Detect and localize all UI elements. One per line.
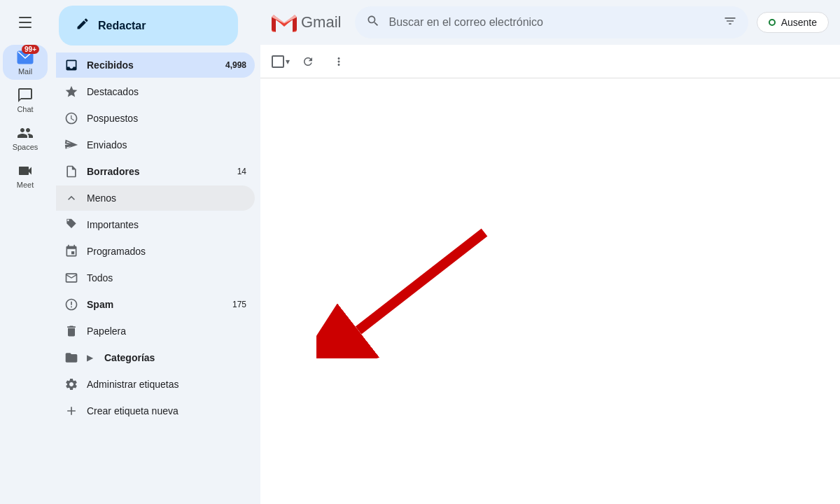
- header-right: Ausente: [757, 12, 829, 33]
- nav-admin-etiquetas-label: Administrar etiquetas: [87, 379, 246, 390]
- plus-icon: [64, 404, 78, 418]
- more-options-button[interactable]: [326, 49, 351, 74]
- nav-crear-etiqueta[interactable]: Crear etiqueta nueva: [56, 398, 255, 424]
- send-icon: [64, 138, 78, 152]
- nav-recibidos[interactable]: Recibidos 4,998: [56, 52, 255, 78]
- spaces-icon: [17, 125, 34, 141]
- mail-icon: 99+: [17, 49, 34, 66]
- nav-spam-label: Spam: [87, 299, 224, 310]
- svg-line-2: [358, 232, 484, 330]
- nav-pospuestos[interactable]: Pospuestos: [56, 106, 255, 131]
- spam-icon: [64, 298, 78, 312]
- nav-destacados-label: Destacados: [87, 86, 246, 97]
- nav-menos[interactable]: Menos: [56, 186, 255, 211]
- draft-icon: [64, 164, 78, 178]
- nav-todos-label: Todos: [87, 272, 246, 284]
- nav-enviados[interactable]: Enviados: [56, 132, 255, 158]
- toolbar: ▾: [260, 45, 840, 78]
- gmail-text: Gmail: [301, 13, 341, 31]
- nav-recibidos-count: 4,998: [225, 60, 246, 70]
- mail-badge: 99+: [22, 45, 39, 54]
- rail-mail-label: Mail: [18, 67, 32, 76]
- nav-admin-etiquetas[interactable]: Administrar etiquetas: [56, 372, 255, 397]
- star-icon: [64, 85, 78, 99]
- nav-borradores-count: 14: [237, 167, 246, 176]
- content-area: [260, 78, 840, 504]
- meet-icon: [17, 162, 34, 179]
- select-all-checkbox[interactable]: [272, 55, 284, 68]
- nav-programados[interactable]: Programados: [56, 239, 255, 264]
- search-tune-icon[interactable]: [723, 14, 737, 31]
- nav-spam-count: 175: [232, 300, 246, 309]
- scheduled-icon: [64, 244, 78, 258]
- nav-papelera-label: Papelera: [87, 326, 246, 337]
- search-bar: [355, 6, 748, 38]
- select-dropdown-icon[interactable]: ▾: [286, 57, 290, 66]
- rail-item-meet[interactable]: Meet: [3, 158, 48, 193]
- chat-icon: [17, 87, 34, 104]
- rail-chat-label: Chat: [17, 105, 33, 113]
- rail-item-mail[interactable]: 99+ Mail: [3, 45, 48, 80]
- folder-expand-icon: [64, 351, 78, 365]
- nav-categorias[interactable]: ▶ Categorías: [56, 345, 255, 370]
- nav-destacados[interactable]: Destacados: [56, 79, 255, 104]
- nav-recibidos-label: Recibidos: [87, 59, 217, 71]
- nav-spam[interactable]: Spam 175: [56, 292, 255, 317]
- refresh-button[interactable]: [295, 49, 321, 74]
- nav-programados-label: Programados: [87, 246, 246, 257]
- nav-enviados-label: Enviados: [87, 139, 246, 150]
- compose-button[interactable]: Redactar: [59, 6, 238, 46]
- nav-categorias-label: Categorías: [104, 352, 246, 363]
- nav-borradores-label: Borradores: [87, 166, 229, 177]
- sidebar: Redactar Recibidos 4,998 Destacados Posp…: [50, 0, 260, 504]
- header: Gmail Ausente: [260, 0, 840, 45]
- main-area: Gmail Ausente ▾: [260, 0, 840, 504]
- nav-papelera[interactable]: Papelera: [56, 318, 255, 344]
- red-arrow: [316, 218, 512, 358]
- nav-todos[interactable]: Todos: [56, 265, 255, 290]
- rail-item-chat[interactable]: Chat: [3, 83, 48, 118]
- status-button[interactable]: Ausente: [757, 12, 829, 33]
- rail-item-spaces[interactable]: Spaces: [3, 120, 48, 155]
- search-input[interactable]: [388, 16, 714, 29]
- nav-importantes[interactable]: Importantes: [56, 212, 255, 237]
- gmail-logo: Gmail: [272, 13, 341, 32]
- clock-icon: [64, 111, 78, 125]
- status-label: Ausente: [781, 17, 817, 28]
- status-dot: [769, 19, 776, 26]
- compose-icon: [76, 17, 90, 34]
- nav-importantes-label: Importantes: [87, 219, 246, 230]
- inbox-icon: [64, 58, 78, 72]
- rail-meet-label: Meet: [17, 181, 34, 189]
- red-arrow-overlay: [316, 218, 512, 360]
- nav-pospuestos-label: Pospuestos: [87, 113, 246, 124]
- categories-expand-icon: ▶: [87, 353, 93, 363]
- nav-borradores[interactable]: Borradores 14: [56, 159, 255, 184]
- icon-rail: 99+ Mail Chat Spaces Meet: [0, 0, 50, 504]
- rail-spaces-label: Spaces: [13, 143, 38, 151]
- nav-menos-label: Menos: [87, 192, 246, 204]
- all-mail-icon: [64, 271, 78, 285]
- nav-crear-etiqueta-label: Crear etiqueta nueva: [87, 405, 246, 416]
- chevron-up-icon: [64, 191, 78, 205]
- trash-icon: [64, 324, 78, 338]
- compose-label: Redactar: [98, 20, 146, 32]
- gmail-m-logo: [272, 13, 297, 32]
- label-icon: [64, 218, 78, 232]
- gear-icon: [64, 377, 78, 391]
- search-icon: [366, 14, 380, 31]
- hamburger-menu[interactable]: [8, 6, 42, 39]
- select-all-container[interactable]: ▾: [272, 55, 290, 68]
